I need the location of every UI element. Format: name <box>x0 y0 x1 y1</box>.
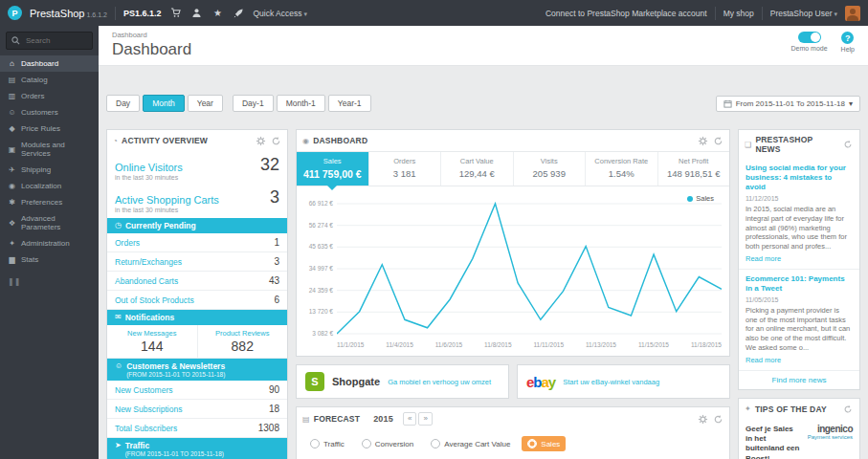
kpi-net-profit[interactable]: Net Profit148 918,51 € <box>657 152 730 186</box>
stats-icon: ▆ <box>8 255 16 264</box>
tab-day[interactable]: Day <box>106 95 140 112</box>
sidebar-item-preferences[interactable]: ✱Preferences <box>0 194 99 210</box>
activity-icon: ◔ <box>113 137 118 145</box>
date-toolbar: Day Month Year Day-1 Month-1 Year-1 From… <box>106 95 860 112</box>
find-more-news-link[interactable]: Find more news <box>739 371 859 389</box>
customers-row-total-subscribers: Total Subscribers1308 <box>107 419 287 438</box>
refresh-icon[interactable] <box>712 413 723 425</box>
tab-month[interactable]: Month <box>143 95 185 112</box>
sidebar-item-stats[interactable]: ▆Stats <box>0 251 99 268</box>
news-article: Ecommerce 101: Payments in a Tweet 11/05… <box>739 270 859 371</box>
forecast-next-button[interactable]: » <box>418 412 432 426</box>
sidebar-item-modules[interactable]: ▣Modules and Services <box>0 137 99 162</box>
activity-overview-panel: ◔ Activity overview Online Visitors 32 <box>106 129 288 459</box>
user-menu[interactable]: PrestaShop User▾ <box>770 9 837 18</box>
ingenico-logo: ingenico Payment services <box>808 425 853 459</box>
avatar[interactable] <box>845 6 860 21</box>
quick-access-menu[interactable]: Quick Access▾ <box>253 9 307 18</box>
refresh-icon[interactable] <box>842 404 854 415</box>
read-more-link[interactable]: Read more <box>746 356 853 364</box>
sidebar-collapse-button[interactable]: ❚❚ <box>0 268 99 295</box>
panel-title: Dashboard <box>313 136 367 145</box>
tab-year[interactable]: Year <box>188 95 223 112</box>
forecast-prev-button[interactable]: « <box>403 412 416 426</box>
row-link[interactable]: New Customers <box>115 385 172 395</box>
active-carts-link[interactable]: Active Shopping Carts <box>115 194 219 206</box>
refresh-icon[interactable] <box>270 135 281 146</box>
radio-icon <box>310 439 320 448</box>
tips-headline: Geef je Sales in het buitenland een Boos… <box>746 425 802 459</box>
sidebar-item-administration[interactable]: ✦Administration <box>0 235 99 251</box>
kpi-row: Sales411 759,00 € Orders3 181 Cart Value… <box>297 151 729 186</box>
forecast-option-conversion[interactable]: Conversion <box>356 436 419 451</box>
news-article-title[interactable]: Ecommerce 101: Payments in a Tweet <box>746 274 853 294</box>
sidebar-item-dashboard[interactable]: ⌂Dashboard <box>0 55 99 72</box>
gear-icon[interactable] <box>255 135 266 146</box>
sidebar-item-price-rules[interactable]: ◆Price Rules <box>0 120 99 137</box>
row-link[interactable]: New Subscriptions <box>115 404 182 414</box>
chart-legend-sales[interactable]: Sales <box>687 194 714 203</box>
help-label: Help <box>841 46 855 53</box>
price-rules-icon: ◆ <box>8 124 16 133</box>
sidebar-item-orders[interactable]: ▥Orders <box>0 88 99 104</box>
row-link[interactable]: Orders <box>115 238 140 248</box>
sidebar-item-advanced-parameters[interactable]: ❖Advanced Parameters <box>0 210 99 235</box>
kpi-visits[interactable]: Visits205 939 <box>513 152 586 186</box>
sales-chart: 3 082 €13 720 €24 359 €34 997 €45 635 €5… <box>297 186 729 339</box>
cart-icon[interactable] <box>168 7 182 20</box>
news-article-title[interactable]: Using social media for your business: 4 … <box>746 164 853 192</box>
kpi-cart-value[interactable]: Cart Value129,44 € <box>440 152 513 186</box>
star-icon[interactable]: ★ <box>211 7 224 20</box>
row-link[interactable]: Return/Exchanges <box>115 257 182 267</box>
gear-icon[interactable] <box>697 135 708 146</box>
new-messages-stat[interactable]: New Messages 144 <box>107 325 197 358</box>
online-visitors-value: 32 <box>260 156 279 173</box>
calendar-icon <box>723 99 732 108</box>
prestashop-logo[interactable]: P <box>8 6 22 20</box>
forecast-option-sales[interactable]: Sales <box>522 436 566 451</box>
modules-icon: ▣ <box>8 145 16 154</box>
search-input[interactable] <box>24 35 87 46</box>
help-control[interactable]: ? Help <box>841 32 855 53</box>
ebay-link[interactable]: Start uw eBay-winkel vandaag <box>563 378 659 386</box>
localization-icon: ◉ <box>8 182 16 190</box>
kpi-conversion-rate[interactable]: Conversion Rate1.54% <box>585 152 657 186</box>
tab-day-minus-1[interactable]: Day-1 <box>233 95 274 112</box>
kpi-sales[interactable]: Sales411 759,00 € <box>297 152 368 186</box>
refresh-icon[interactable] <box>843 139 854 150</box>
tab-month-minus-1[interactable]: Month-1 <box>277 95 325 112</box>
product-reviews-stat[interactable]: Product Reviews 882 <box>197 325 288 358</box>
my-shop-link[interactable]: My shop <box>723 9 754 18</box>
radio-icon <box>527 439 537 448</box>
sidebar-item-shipping[interactable]: ✈Shipping <box>0 162 99 178</box>
gear-icon[interactable] <box>697 413 708 425</box>
forecast-option-traffic[interactable]: Traffic <box>304 436 350 451</box>
demo-mode-control[interactable]: Demo mode <box>790 32 827 52</box>
date-range-subtitle: (FROM 2015-11-01 TO 2015-11-18) <box>126 371 225 378</box>
refresh-icon[interactable] <box>712 135 723 146</box>
sidebar-item-customers[interactable]: ☺Customers <box>0 104 99 120</box>
sidebar-item-catalog[interactable]: ▤Catalog <box>0 72 99 88</box>
row-link[interactable]: Total Subscribers <box>115 424 177 433</box>
demo-mode-label: Demo mode <box>790 45 827 52</box>
kpi-orders[interactable]: Orders3 181 <box>368 152 441 186</box>
traffic-icon: ➤ <box>115 441 122 449</box>
forecast-option-average-cart-value[interactable]: Average Cart Value <box>425 436 516 451</box>
date-range-button[interactable]: From 2015-11-01 To 2015-11-18 ▾ <box>716 96 860 112</box>
currently-pending-header: ◷ Currently Pending <box>107 218 287 233</box>
employee-icon[interactable] <box>189 7 203 20</box>
sidebar-item-localization[interactable]: ◉Localization <box>0 178 99 194</box>
prestashop-news-panel: ❏ PrestaShop News Using social media for… <box>738 129 860 390</box>
pending-row-out-of-stock: Out of Stock Products6 <box>107 291 287 310</box>
forecast-year: 2015 <box>373 414 393 424</box>
help-icon[interactable]: ? <box>841 32 854 44</box>
online-visitors-link[interactable]: Online Visitors <box>115 162 183 173</box>
row-link[interactable]: Abandoned Carts <box>115 276 178 286</box>
marketplace-link[interactable]: Connect to PrestaShop Marketplace accoun… <box>545 9 707 18</box>
rocket-icon[interactable] <box>232 7 245 20</box>
tab-year-minus-1[interactable]: Year-1 <box>328 95 371 112</box>
shopgate-link[interactable]: Ga mobiel en verhoog uw omzet <box>388 378 491 386</box>
read-more-link[interactable]: Read more <box>746 254 853 263</box>
demo-mode-toggle[interactable] <box>798 32 821 43</box>
row-link[interactable]: Out of Stock Products <box>115 295 194 305</box>
